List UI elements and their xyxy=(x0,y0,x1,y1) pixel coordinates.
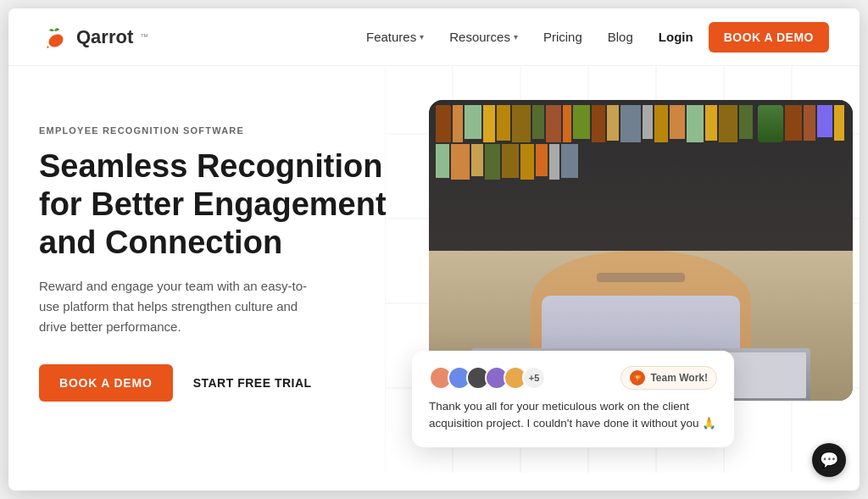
hero-right: +5 🏆 Team Work! Thank you all for your m… xyxy=(429,100,853,456)
hero-section: EMPLOYEE RECOGNITION SOFTWARE Seamless R… xyxy=(8,66,860,473)
nav-links: Features ▾ Resources ▾ Pricing Blog Logi… xyxy=(356,22,829,53)
bookshelf-bg xyxy=(429,100,853,265)
nav-login[interactable]: Login xyxy=(648,25,704,49)
hero-buttons: BOOK A DEMO START FREE TRIAL xyxy=(39,364,395,402)
navbar: Qarrot™ Features ▾ Resources ▾ Pricing B… xyxy=(8,8,860,66)
start-trial-button[interactable]: START FREE TRIAL xyxy=(193,376,312,390)
hero-left: EMPLOYEE RECOGNITION SOFTWARE Seamless R… xyxy=(39,100,395,402)
notification-message: Thank you all for your meticulous work o… xyxy=(429,398,717,433)
svg-text:🏆: 🏆 xyxy=(634,374,642,382)
avatar-count: +5 xyxy=(522,366,546,390)
chat-icon: 💬 xyxy=(820,451,838,469)
nav-features[interactable]: Features ▾ xyxy=(356,25,434,49)
nav-pricing[interactable]: Pricing xyxy=(533,25,593,49)
notification-header: +5 🏆 Team Work! xyxy=(429,366,717,390)
logo[interactable]: Qarrot™ xyxy=(39,22,148,53)
features-chevron-icon: ▾ xyxy=(420,32,424,42)
nav-book-demo-button[interactable]: BOOK A DEMO xyxy=(709,22,829,53)
nav-resources[interactable]: Resources ▾ xyxy=(439,25,528,49)
logo-icon xyxy=(39,22,70,53)
brand-name: Qarrot xyxy=(76,26,133,48)
book-demo-button[interactable]: BOOK A DEMO xyxy=(39,364,173,402)
notification-avatars: +5 xyxy=(429,366,546,390)
brand-tm: ™ xyxy=(140,32,148,42)
badge-label: Team Work! xyxy=(650,372,708,384)
nav-blog[interactable]: Blog xyxy=(598,25,643,49)
hero-subtitle: Reward and engage your team with an easy… xyxy=(39,276,327,337)
notification-card: +5 🏆 Team Work! Thank you all for your m… xyxy=(412,351,734,448)
hero-title: Seamless Recognition for Better Engageme… xyxy=(39,147,395,261)
resources-chevron-icon: ▾ xyxy=(514,32,518,42)
chat-widget-button[interactable]: 💬 xyxy=(812,443,846,477)
notification-badge: 🏆 Team Work! xyxy=(620,366,717,390)
team-badge-icon: 🏆 xyxy=(630,370,645,385)
hero-eyebrow: EMPLOYEE RECOGNITION SOFTWARE xyxy=(39,125,395,136)
